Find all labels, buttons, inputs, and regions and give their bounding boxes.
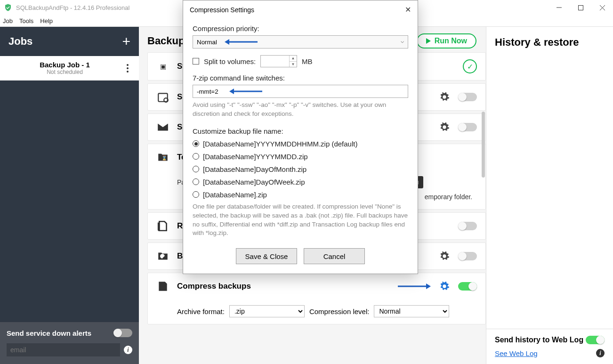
- zip-switches-input[interactable]: [193, 85, 408, 98]
- script-icon: [156, 219, 169, 233]
- service-alerts-panel: Send service down alerts i: [0, 322, 139, 364]
- split-unit: MB: [302, 57, 313, 65]
- backup-folder-icon: [156, 250, 169, 263]
- jobs-pane: Jobs + Backup Job - 1 Not scheduled Send…: [0, 27, 139, 364]
- add-job-button[interactable]: +: [122, 33, 130, 49]
- jobs-title: Jobs: [8, 35, 32, 48]
- backup-toggle[interactable]: [458, 252, 477, 260]
- compress-icon: [156, 280, 169, 293]
- gear-icon[interactable]: [439, 122, 450, 132]
- status-ok-icon: ✓: [463, 59, 477, 73]
- folder-icon: ⌛: [156, 151, 169, 164]
- info-icon[interactable]: i: [596, 349, 605, 357]
- menu-tools[interactable]: Tools: [19, 17, 33, 24]
- save-close-button[interactable]: Save & Close: [236, 248, 297, 264]
- play-icon: [426, 38, 431, 44]
- compression-level-label: Compression level:: [309, 307, 370, 315]
- split-size-input[interactable]: ▲▼: [260, 55, 297, 67]
- archive-format-select[interactable]: .zip: [229, 305, 305, 317]
- database-icon: ▣: [156, 60, 169, 73]
- compress-toggle[interactable]: [458, 282, 477, 291]
- job-name: Backup Job - 1: [7, 61, 123, 69]
- filename-label: Customize backup file name:: [193, 127, 408, 135]
- job-status: Not scheduled: [7, 69, 123, 75]
- menu-help[interactable]: Help: [40, 17, 53, 24]
- cancel-button[interactable]: Cancel: [304, 248, 365, 264]
- zip-switches-label: 7-zip command line switches:: [193, 74, 408, 82]
- job-item[interactable]: Backup Job - 1 Not scheduled: [0, 56, 139, 81]
- filename-radio-2[interactable]: [193, 166, 199, 172]
- jobs-header: Jobs +: [0, 27, 139, 56]
- svg-text:⌛: ⌛: [161, 155, 168, 161]
- maximize-button[interactable]: [570, 0, 591, 15]
- calendar-icon: [156, 90, 169, 104]
- run-toggle[interactable]: [458, 222, 477, 230]
- service-alerts-label: Send service down alerts: [7, 329, 113, 338]
- app-icon: [4, 3, 12, 12]
- annotation-arrow: [398, 283, 431, 290]
- gear-icon[interactable]: [439, 92, 450, 102]
- dialog-title: Compression Settings: [190, 6, 254, 14]
- svg-marker-8: [229, 89, 234, 94]
- history-title: History & restore: [486, 27, 613, 58]
- job-more-button[interactable]: [123, 64, 132, 73]
- minimize-button[interactable]: [548, 0, 570, 15]
- schedule-toggle[interactable]: [458, 93, 477, 101]
- compress-label: Compress backups: [177, 282, 251, 291]
- svg-rect-0: [578, 5, 583, 10]
- compression-level-select[interactable]: Normal: [374, 305, 449, 317]
- split-label: Split to volumes:: [204, 57, 256, 65]
- svg-marker-5: [426, 283, 431, 289]
- service-email-input[interactable]: [7, 343, 120, 356]
- archive-format-label: Archive format:: [177, 307, 225, 315]
- see-web-log-link[interactable]: See Web Log: [495, 349, 538, 357]
- close-button[interactable]: [591, 0, 613, 15]
- zip-hint: Avoid using "-t" "-ssw" "-ao" "-mx" "-p"…: [193, 101, 408, 119]
- svg-rect-1: [158, 93, 168, 101]
- filename-hint: One file per database/folder will be cre…: [193, 202, 408, 238]
- info-icon[interactable]: i: [124, 346, 132, 354]
- service-alerts-toggle[interactable]: [113, 329, 132, 337]
- email-toggle[interactable]: [458, 123, 477, 131]
- run-now-button[interactable]: Run Now: [417, 33, 476, 49]
- priority-label: Compression priority:: [193, 24, 408, 32]
- compress-card: Compress backups Archive format: .zip Co…: [147, 273, 486, 324]
- svg-marker-6: [225, 39, 229, 45]
- filename-radio-0[interactable]: [193, 140, 199, 147]
- backup-title: Backup: [147, 35, 185, 47]
- split-checkbox[interactable]: [193, 58, 199, 65]
- gear-icon[interactable]: [439, 251, 450, 261]
- annotation-arrow: [225, 39, 258, 45]
- filename-radio-4[interactable]: [193, 191, 199, 198]
- mail-icon: [156, 121, 169, 134]
- history-pane: History & restore Send history to Web Lo…: [486, 27, 613, 364]
- annotation-arrow: [229, 88, 262, 95]
- compression-settings-dialog: Compression Settings ✕ Compression prior…: [183, 0, 418, 274]
- filename-radio-group: [DatabaseName]YYYYMMDDHHMM.zip (default)…: [193, 140, 408, 199]
- window-title: SQLBackupAndFtp - 12.4.16 Professional: [16, 4, 129, 11]
- compress-settings-button[interactable]: [439, 281, 450, 291]
- weblog-label: Send history to Web Log: [495, 336, 586, 344]
- dialog-close-button[interactable]: ✕: [405, 5, 411, 14]
- weblog-toggle[interactable]: [586, 336, 605, 344]
- filename-radio-1[interactable]: [193, 153, 199, 160]
- filename-radio-3[interactable]: [193, 178, 199, 185]
- menu-job[interactable]: Job: [3, 17, 13, 24]
- scrollbar[interactable]: [482, 112, 485, 178]
